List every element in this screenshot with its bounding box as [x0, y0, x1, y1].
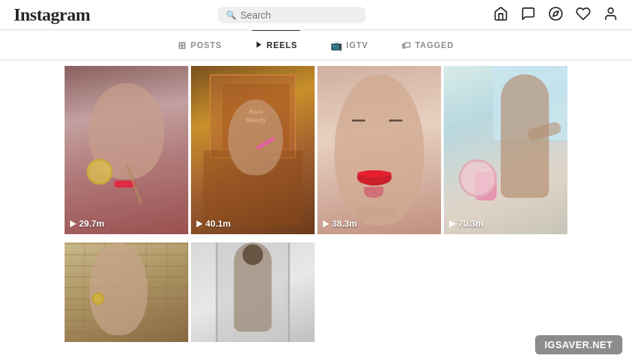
- svg-point-0: [550, 7, 562, 19]
- reel-item-4[interactable]: 70.3m: [444, 66, 567, 234]
- heart-icon[interactable]: [576, 6, 591, 24]
- reels-icon: [255, 40, 263, 51]
- posts-icon: ⊞: [178, 40, 187, 51]
- search-bar[interactable]: 🔍: [218, 7, 365, 23]
- play-icon-1: [70, 220, 76, 227]
- svg-marker-1: [553, 11, 558, 16]
- profile-icon[interactable]: [603, 6, 618, 24]
- svg-point-2: [608, 8, 613, 12]
- play-icon-3: [323, 220, 329, 227]
- instagram-logo: Instagram: [14, 5, 90, 25]
- empty-cell-1: [317, 242, 441, 342]
- tab-posts[interactable]: ⊞ POSTS: [175, 30, 225, 60]
- messenger-icon[interactable]: [521, 6, 536, 24]
- reel-item-2[interactable]: RareBeauty 40.1m: [191, 66, 315, 234]
- reels-grid-row1: 29.7m RareBeauty 40.1m: [0, 60, 632, 242]
- header: Instagram 🔍: [0, 0, 632, 30]
- search-input[interactable]: [240, 10, 357, 21]
- reel-item-6[interactable]: [191, 242, 315, 342]
- play-icon-2: [196, 220, 203, 227]
- empty-cell-2: [444, 242, 567, 342]
- svg-marker-3: [257, 42, 262, 48]
- play-count-2: 40.1m: [196, 218, 231, 229]
- tab-igtv[interactable]: 📺 IGTV: [328, 30, 371, 60]
- play-count-1: 29.7m: [70, 218, 104, 229]
- igtv-icon: 📺: [330, 40, 343, 51]
- reel-item-5[interactable]: [65, 242, 188, 342]
- compass-icon[interactable]: [548, 6, 563, 24]
- tagged-icon: 🏷: [401, 40, 411, 51]
- play-count-4: 70.3m: [449, 218, 484, 229]
- play-count-3: 38.3m: [323, 218, 357, 229]
- play-icon-4: [449, 220, 455, 227]
- nav-icons: [493, 6, 618, 24]
- search-icon: 🔍: [226, 10, 236, 20]
- tabs: ⊞ POSTS REELS 📺 IGTV 🏷 TAGGED: [0, 30, 632, 60]
- reel-item-1[interactable]: 29.7m: [65, 66, 188, 234]
- reel-item-3[interactable]: 38.3m: [317, 66, 441, 234]
- reels-grid-row2: [0, 242, 632, 342]
- home-icon[interactable]: [493, 6, 508, 24]
- tab-tagged[interactable]: 🏷 TAGGED: [398, 30, 456, 60]
- watermark: IGSAVER.NET: [535, 335, 622, 354]
- tab-reels[interactable]: REELS: [252, 30, 300, 60]
